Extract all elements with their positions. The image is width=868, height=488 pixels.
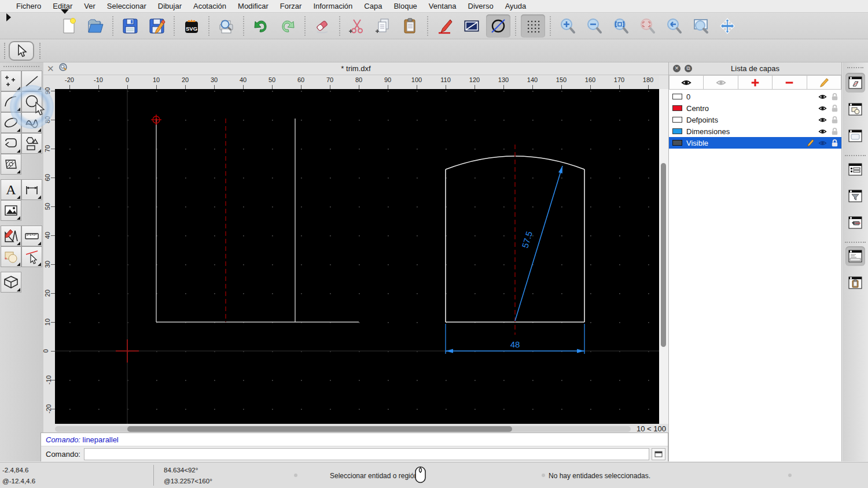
menu-item-modificar[interactable]: Modificar: [232, 0, 274, 13]
panel-layer-list-toggle[interactable]: [845, 160, 865, 179]
zoom-pan-button[interactable]: [715, 14, 740, 38]
back-to-selection-button[interactable]: [9, 41, 34, 61]
dimension-tool-button[interactable]: [21, 179, 42, 200]
drawing-canvas[interactable]: 57.5 48: [55, 89, 659, 424]
layer-lock-icon[interactable]: [830, 127, 839, 136]
modify-tool-button[interactable]: [1, 225, 21, 246]
panel-layers-toggle[interactable]: [845, 73, 865, 93]
menu-item-bloque[interactable]: Bloque: [388, 0, 422, 13]
layer-row-0[interactable]: 0: [669, 91, 841, 102]
ellipse-tool-button[interactable]: [1, 112, 21, 133]
pen-button[interactable]: [433, 14, 457, 38]
menu-item-ventana[interactable]: Ventana: [423, 0, 462, 13]
line-attributes-button[interactable]: [459, 14, 484, 38]
panel-filter-toggle[interactable]: [845, 186, 865, 206]
panel-command-toggle[interactable]: [845, 246, 865, 266]
menu-item-forzar[interactable]: Forzar: [274, 0, 308, 13]
menu-item-diverso[interactable]: Diverso: [462, 0, 499, 13]
cut-button[interactable]: [345, 14, 369, 38]
palette-drag-handle[interactable]: [3, 66, 39, 67]
layer-row-centro[interactable]: Centro: [669, 102, 841, 114]
points-tool-button[interactable]: [1, 71, 21, 91]
delete-button[interactable]: [310, 14, 334, 38]
redo-button[interactable]: [275, 14, 300, 38]
circle-tool-button[interactable]: [21, 91, 42, 112]
add-layer-button[interactable]: [738, 75, 773, 90]
layer-row-dimensiones[interactable]: Dimensiones: [669, 125, 841, 137]
edit-layer-button[interactable]: [807, 75, 841, 90]
circle-slash-button[interactable]: [486, 14, 510, 38]
arc-tool-button[interactable]: [1, 91, 21, 112]
submenu-corner: [38, 87, 41, 90]
horizontal-scrollbar[interactable]: [55, 426, 631, 432]
print-preview-button[interactable]: [214, 14, 238, 38]
eye-icon: [681, 77, 692, 88]
remove-layer-button[interactable]: [773, 75, 807, 90]
polyline-tool-button[interactable]: [1, 133, 21, 154]
layer-visibility-icon[interactable]: [818, 127, 827, 136]
zoom-out-icon: [586, 17, 603, 35]
measure-tool-button[interactable]: [21, 225, 42, 246]
save-as-button[interactable]: [145, 14, 169, 38]
layer-lock-icon[interactable]: [830, 104, 839, 113]
menu-item-acotacion[interactable]: Acotación: [187, 0, 232, 13]
divide-tool-button[interactable]: [21, 246, 42, 267]
zoom-auto-button[interactable]: [609, 14, 633, 38]
menu-item-ver[interactable]: Ver: [78, 0, 101, 13]
layer-lock-icon[interactable]: [830, 116, 839, 124]
layer-visibility-icon[interactable]: [818, 139, 827, 147]
hatch-tool-button[interactable]: [1, 154, 21, 175]
layer-row-defpoints[interactable]: Defpoints: [669, 114, 841, 125]
layer-visibility-icon[interactable]: [818, 104, 827, 113]
panel-clipboard-toggle[interactable]: [845, 273, 865, 293]
text-tool-button[interactable]: A: [1, 179, 21, 200]
vertical-scrollbar[interactable]: [659, 89, 668, 424]
menu-item-informacion[interactable]: Información: [307, 0, 358, 13]
line-tool-button[interactable]: [21, 71, 42, 91]
solid-tool-button[interactable]: [1, 272, 21, 293]
menu-item-seleccionar[interactable]: Seleccionar: [101, 0, 152, 13]
vertical-scrollbar-thumb[interactable]: [661, 163, 666, 347]
layer-lock-icon[interactable]: [830, 93, 839, 101]
save-button[interactable]: [118, 14, 142, 38]
spline-tool-button[interactable]: [21, 112, 42, 133]
toolbar-separator: [550, 16, 551, 36]
paste-button[interactable]: [398, 14, 422, 38]
menu-item-dibujar[interactable]: Dibujar: [152, 0, 187, 13]
zoom-previous-button[interactable]: [662, 14, 686, 38]
zoom-in-button[interactable]: [556, 14, 580, 38]
layer-lock-icon[interactable]: [830, 139, 839, 147]
menu-item-ayuda[interactable]: Ayuda: [499, 0, 532, 13]
polygon-tool-button[interactable]: [21, 133, 42, 154]
copy-button[interactable]: [372, 14, 396, 38]
zoom-window-button[interactable]: [689, 14, 713, 38]
menu-item-capa[interactable]: Capa: [358, 0, 388, 13]
panel-library-toggle[interactable]: [845, 126, 865, 146]
horizontal-scrollbar-thumb[interactable]: [127, 426, 512, 432]
grid-toggle-button[interactable]: [521, 14, 545, 38]
open-folder-button[interactable]: [83, 14, 108, 38]
toolbar-drag-handle[interactable]: [39, 43, 41, 59]
panel-pen-palette-toggle[interactable]: [845, 213, 865, 232]
toolbar-drag-handle[interactable]: [4, 43, 5, 59]
zoom-out-button[interactable]: [582, 14, 606, 38]
layer-visibility-icon[interactable]: [818, 93, 827, 101]
command-detach-button[interactable]: [652, 448, 665, 460]
eye-button[interactable]: [669, 75, 704, 90]
dock-strip-handle[interactable]: [847, 67, 863, 68]
horizontal-ruler: -20-100102030405060708090100110120130140…: [55, 75, 659, 89]
image-tool-button[interactable]: [1, 200, 21, 221]
panel-blocks-toggle[interactable]: [845, 99, 865, 119]
modify2-tool-button[interactable]: [1, 246, 21, 267]
pencil-small-icon[interactable]: [806, 139, 815, 147]
svg-export-button[interactable]: SVG: [179, 14, 204, 38]
command-input[interactable]: [84, 448, 649, 460]
vruler-label: 50: [44, 203, 51, 210]
layer-visibility-icon[interactable]: [818, 116, 827, 124]
new-file-button[interactable]: [57, 14, 81, 38]
eye-gray-button[interactable]: [704, 75, 738, 90]
relative-coordinates: @-12.4,4.6: [2, 478, 35, 485]
layer-row-visible[interactable]: Visible: [669, 137, 841, 149]
menu-item-fichero[interactable]: Fichero: [10, 0, 47, 13]
undo-button[interactable]: [249, 14, 273, 38]
